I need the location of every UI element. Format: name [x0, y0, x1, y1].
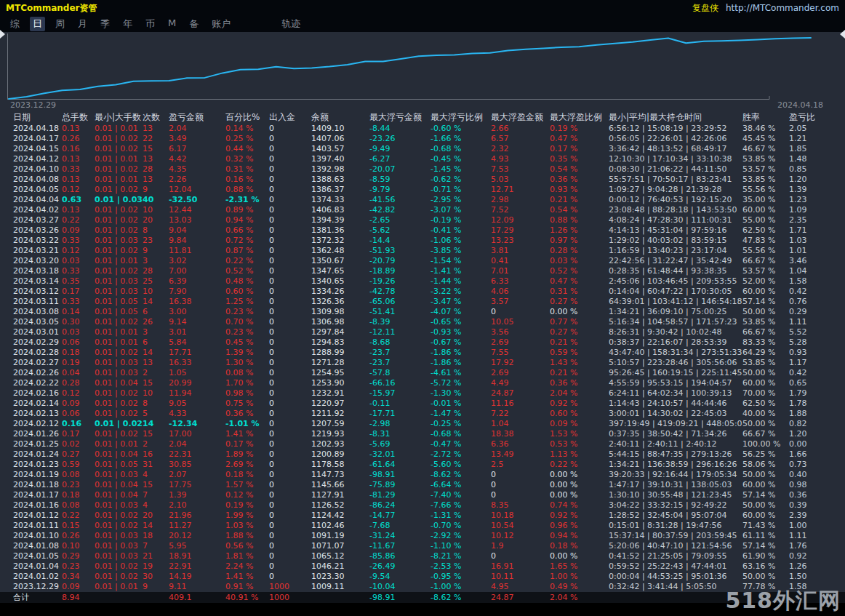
table-row[interactable]: 2024.01.120.220.01 | 0.022021.961.99 %01…: [0, 511, 845, 521]
table-row[interactable]: 2024.01.100.260.01 | 0.031820.121.88 %01…: [0, 531, 845, 541]
table-row[interactable]: 2024.02.130.060.01 | 0.0254.330.36 %0121…: [0, 409, 845, 419]
table-row[interactable]: 2024.04.100.330.01 | 0.02284.350.31 %013…: [0, 164, 845, 175]
cell-p: 3.49: [169, 134, 225, 144]
table-row[interactable]: 2024.03.260.090.01 | 0.0289.040.66 %0138…: [0, 225, 845, 236]
table-row[interactable]: 2024.03.200.030.01 | 0.0133.020.22 %0135…: [0, 256, 845, 266]
cell-mm: 0.01 | 0.01: [95, 439, 143, 449]
cell-pc: 0.14 %: [225, 124, 269, 134]
cell-b: 1253.90: [311, 378, 369, 388]
table-row[interactable]: 2024.04.040.630.01 | 0.0340-32.50-2.31 %…: [0, 195, 845, 205]
cell-fl: -17.71: [369, 409, 430, 419]
cell-b: 1211.92: [311, 409, 369, 419]
table-row[interactable]: 2024.02.140.090.01 | 0.0289.050.75 %0122…: [0, 399, 845, 409]
cell-t: 5:20:06 | 40:47:10 | 121:54:56: [609, 541, 742, 551]
cell-mm: 0.01 | 0.01: [95, 124, 143, 134]
tab-季[interactable]: 季: [97, 17, 113, 31]
table-row[interactable]: 2024.02.270.190.01 | 0.031316.331.30 %01…: [0, 358, 845, 368]
cell-fl: -75.89: [369, 480, 430, 490]
tab-月[interactable]: 月: [75, 17, 90, 31]
table-row[interactable]: 2024.01.250.020.01 | 0.0122.040.17 %0120…: [0, 439, 845, 449]
cell-l: 0.13: [62, 154, 95, 164]
table-row[interactable]: 2024.02.280.180.01 | 0.021417.711.39 %01…: [0, 348, 845, 358]
tab-M[interactable]: M: [165, 17, 179, 31]
table-row[interactable]: 2024.01.110.150.01 | 0.021411.271.03 %01…: [0, 521, 845, 531]
table-row[interactable]: 2024.01.080.100.01 | 0.0375.950.56 %0107…: [0, 541, 845, 551]
tab-日[interactable]: 日: [30, 17, 45, 31]
cell-fp: 13.23: [491, 236, 550, 246]
table-row[interactable]: 2024.02.120.160.01 | 0.0214-12.34-1.01 %…: [0, 419, 845, 429]
table-row[interactable]: 2024.01.230.590.01 | 0.053130.852.69 %01…: [0, 460, 845, 470]
cell-n: 15: [143, 378, 169, 388]
table-row[interactable]: 2024.01.020.340.01 | 0.023014.191.41 %01…: [0, 572, 845, 582]
cell-fl: -23.7: [369, 348, 430, 358]
table-row[interactable]: 2024.04.150.160.01 | 0.02156.170.44 %014…: [0, 144, 845, 154]
cell-b: 1350.67: [311, 256, 369, 266]
cell-p: 6.17: [169, 144, 225, 154]
cell-d: 2024.02.26: [13, 368, 62, 378]
cell-d: 2024.04.10: [13, 164, 62, 175]
table-row[interactable]: 2024.03.220.330.01 | 0.03239.840.72 %013…: [0, 236, 845, 246]
table-row[interactable]: 2024.01.190.080.01 | 0.0342.070.18 %0114…: [0, 470, 845, 480]
table-row[interactable]: 2024.03.050.300.01 | 0.02269.140.70 %013…: [0, 317, 845, 327]
col-header-2: 最小|大手数: [95, 111, 143, 124]
cell-l: 0.19: [62, 358, 95, 368]
equity-curve-chart[interactable]: 2023.12.29 2024.04.18: [0, 32, 845, 111]
cell-n: 19: [143, 561, 169, 572]
table-row[interactable]: 2024.01.260.170.01 | 0.021517.001.41 %01…: [0, 429, 845, 439]
tab-备[interactable]: 备: [186, 17, 201, 31]
tab-综[interactable]: 综: [7, 17, 23, 31]
table-row[interactable]: 2024.01.040.230.01 | 0.021922.912.24 %01…: [0, 561, 845, 572]
tab-周[interactable]: 周: [52, 17, 68, 31]
table-row[interactable]: 2024.03.080.140.01 | 0.0563.000.23 %0130…: [0, 307, 845, 317]
table-row[interactable]: 2024.01.160.080.01 | 0.0342.100.19 %0112…: [0, 500, 845, 511]
table-row[interactable]: 2024.03.010.030.01 | 0.0133.010.23 %0129…: [0, 327, 845, 337]
cell-n: 21: [143, 551, 169, 561]
cell-n: 14: [143, 297, 169, 307]
table-row[interactable]: 2024.02.160.120.01 | 0.021011.940.98 %01…: [0, 388, 845, 399]
cell-r: 2.05: [789, 124, 830, 134]
table-row[interactable]: 2024.03.120.170.01 | 0.03107.900.60 %013…: [0, 287, 845, 297]
table-row[interactable]: 2024.01.240.270.01 | 0.041622.311.89 %01…: [0, 449, 845, 460]
cell-pc: 1.25 %: [225, 297, 269, 307]
table-row[interactable]: 2024.02.290.060.01 | 0.0165.840.45 %0129…: [0, 337, 845, 348]
table-row[interactable]: 2024.03.270.220.01 | 0.022013.030.94 %01…: [0, 215, 845, 225]
table-row[interactable]: 2024.04.120.130.01 | 0.01134.420.32 %013…: [0, 154, 845, 164]
cell-flp: -5.60 %: [430, 460, 491, 470]
table-row[interactable]: 2024.01.170.180.01 | 0.0471.390.12 %0112…: [0, 490, 845, 500]
cell-n: 7: [143, 541, 169, 551]
tab-账户[interactable]: 账户: [209, 17, 233, 31]
tab-年[interactable]: 年: [120, 17, 135, 31]
cell-b: 1071.07: [311, 541, 369, 551]
table-row[interactable]: 2024.03.210.120.01 | 0.02911.810.87 %013…: [0, 246, 845, 256]
tab-trajectory[interactable]: 轨迹: [279, 17, 303, 31]
cell-fl: -9.49: [369, 144, 430, 154]
table-row[interactable]: 2024.01.050.290.01 | 0.032118.911.81 %01…: [0, 551, 845, 561]
tab-币[interactable]: 币: [143, 17, 158, 31]
table-row[interactable]: 2024.02.260.040.01 | 0.0321.050.08 %0125…: [0, 368, 845, 378]
total-row[interactable]: 合计8.94409.140.91 %1000-98.91-8.62 %24.87…: [0, 592, 845, 603]
cell-fp: 2.69: [491, 368, 550, 378]
cell-pc: 0.52 %: [225, 266, 269, 276]
table-row[interactable]: 2024.01.180.230.01 | 0.041517.751.57 %01…: [0, 480, 845, 490]
cell-pc: 1.89 %: [225, 449, 269, 460]
table-row[interactable]: 2024.02.220.280.01 | 0.041520.991.70 %01…: [0, 378, 845, 388]
scroll-left-arrow-icon[interactable]: [0, 30, 5, 39]
cell-l: 0.23: [62, 480, 95, 490]
cell-fpp: 0.49 %: [550, 582, 609, 592]
table-row[interactable]: 2024.04.170.260.01 | 0.02223.490.25 %014…: [0, 134, 845, 144]
table-row[interactable]: 2024.03.140.350.01 | 0.03256.390.48 %013…: [0, 276, 845, 287]
cell-t: 0:00:04 | 44:53:25 | 95:01:36: [609, 572, 742, 582]
cell-fp: 12.09: [491, 215, 550, 225]
table-row[interactable]: 2024.04.020.130.01 | 0.021012.440.89 %01…: [0, 205, 845, 215]
scroll-right-arrow-icon[interactable]: [840, 30, 845, 39]
table-row[interactable]: 2024.04.050.120.01 | 0.02912.040.88 %013…: [0, 185, 845, 195]
cell-n: 28: [143, 266, 169, 276]
brand-url-link[interactable]: http://MTCommander.com: [726, 3, 839, 13]
table-row[interactable]: 2024.04.180.130.01 | 0.01132.040.14 %014…: [0, 124, 845, 134]
table-row[interactable]: 2023.12.290.090.01 | 0.0199.110.91 %1000…: [0, 582, 845, 592]
cell-pc: 1.57 %: [225, 480, 269, 490]
cell-flp: -4.07 %: [430, 307, 491, 317]
table-row[interactable]: 2024.03.180.330.01 | 0.02287.000.52 %013…: [0, 266, 845, 276]
table-row[interactable]: 2024.04.080.130.01 | 0.01132.260.16 %013…: [0, 175, 845, 185]
table-row[interactable]: 2024.03.110.330.01 | 0.051416.381.25 %01…: [0, 297, 845, 307]
